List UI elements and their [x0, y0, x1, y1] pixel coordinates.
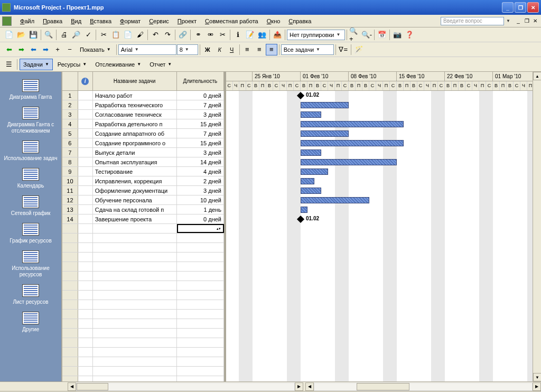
- task-name-cell[interactable]: Создание аппаратного об: [93, 129, 177, 138]
- menu-сервис[interactable]: Сервис: [145, 17, 173, 25]
- info-cell[interactable]: [78, 214, 93, 223]
- row-number[interactable]: 5: [62, 129, 78, 138]
- doc-minimize-button[interactable]: _: [515, 17, 522, 25]
- show-subtasks-button[interactable]: +: [52, 44, 63, 55]
- duration-cell[interactable]: 4 дней: [177, 167, 224, 176]
- align-left-button[interactable]: ≡: [241, 44, 253, 55]
- row-number[interactable]: 10: [62, 176, 78, 185]
- row-number[interactable]: 6: [62, 138, 78, 147]
- table-row[interactable]: 10Исправления, коррекция2 дней: [62, 176, 224, 186]
- task-info-button[interactable]: ℹ: [232, 29, 244, 41]
- cut-button[interactable]: ✂: [98, 29, 109, 41]
- task-name-cell[interactable]: Оформление документаци: [93, 186, 177, 195]
- task-name-cell[interactable]: Начало работ: [93, 91, 177, 100]
- duration-cell[interactable]: 7 дней: [177, 100, 224, 109]
- row-number[interactable]: 8: [62, 157, 78, 166]
- duration-cell[interactable]: 3 дней: [177, 148, 224, 157]
- view-item-4[interactable]: Сетевой график: [0, 192, 61, 220]
- align-center-button[interactable]: ≡: [254, 44, 265, 55]
- search-button[interactable]: 🔍: [43, 29, 54, 41]
- vertical-scrollbar[interactable]: ▲ ▼: [533, 72, 541, 381]
- milestone-marker[interactable]: [297, 216, 304, 223]
- table-hscrollbar[interactable]: ◀▶: [68, 382, 303, 391]
- info-cell[interactable]: [78, 205, 93, 214]
- row-number[interactable]: 2: [62, 100, 78, 109]
- info-cell[interactable]: [78, 129, 93, 138]
- project-icon[interactable]: [2, 16, 12, 26]
- menu-формат[interactable]: Формат: [116, 17, 145, 25]
- doc-close-button[interactable]: ✕: [531, 17, 539, 25]
- table-row[interactable]: 5Создание аппаратного об7 дней: [62, 129, 224, 138]
- underline-button[interactable]: Ч: [226, 44, 238, 55]
- indent-button[interactable]: ➡: [40, 44, 51, 55]
- align-right-button[interactable]: ≡: [266, 44, 277, 55]
- info-cell[interactable]: [78, 224, 93, 233]
- gantt-bar[interactable]: [301, 178, 314, 184]
- table-row[interactable]: 1Начало работ0 дней: [62, 91, 224, 100]
- table-row[interactable]: 9Тестирование4 дней: [62, 167, 224, 176]
- duration-cell[interactable]: 3 дней: [177, 186, 224, 195]
- table-row[interactable]: 14Завершение проекта0 дней: [62, 214, 224, 224]
- menu-окно[interactable]: Окно: [263, 17, 285, 25]
- row-number[interactable]: 7: [62, 148, 78, 157]
- print-button[interactable]: 🖨: [58, 29, 70, 41]
- nav-forward-button[interactable]: ➡: [15, 44, 27, 55]
- view-item-6[interactable]: Использование ресурсов: [0, 247, 61, 281]
- gantt-bar[interactable]: [301, 188, 321, 194]
- group-combo[interactable]: Нет группировки▼: [287, 30, 345, 40]
- open-button[interactable]: 📂: [15, 29, 27, 41]
- tracking-guide-button[interactable]: Отслеживание▼: [91, 59, 145, 70]
- redo-button[interactable]: ↷: [162, 29, 173, 41]
- info-cell[interactable]: [78, 148, 93, 157]
- menu-файл[interactable]: Файл: [16, 17, 39, 25]
- menu-совместная работа[interactable]: Совместная работа: [201, 17, 263, 25]
- task-name-cell[interactable]: Тестирование: [93, 167, 177, 176]
- close-button[interactable]: ✕: [527, 2, 539, 13]
- view-item-7[interactable]: Лист ресурсов: [0, 281, 61, 309]
- task-name-cell[interactable]: Создание программного о: [93, 138, 177, 147]
- menu-вид[interactable]: Вид: [67, 17, 86, 25]
- row-number[interactable]: 12: [62, 195, 78, 204]
- table-row[interactable]: 11Оформление документаци3 дней: [62, 186, 224, 195]
- table-row[interactable]: 4Разработка детельного п15 дней: [62, 119, 224, 129]
- task-name-column-header[interactable]: Название задачи: [93, 72, 177, 90]
- info-cell[interactable]: [78, 186, 93, 195]
- duration-cell[interactable]: 2 дней: [177, 176, 224, 185]
- table-row[interactable]: 6Создание программного о15 дней: [62, 138, 224, 148]
- table-row[interactable]: 3Согласование техническ3 дней: [62, 110, 224, 119]
- show-button[interactable]: Показать▼: [76, 44, 115, 55]
- gantt-bar[interactable]: [301, 121, 404, 127]
- duration-cell[interactable]: 3 дней: [177, 110, 224, 119]
- gantt-bar[interactable]: [301, 207, 307, 213]
- help-dropdown-icon[interactable]: ▼: [506, 18, 510, 23]
- task-name-cell[interactable]: Разработка детельного п: [93, 119, 177, 128]
- row-number[interactable]: [62, 224, 78, 233]
- gantt-wizard-button[interactable]: 🪄: [353, 44, 365, 55]
- info-cell[interactable]: [78, 157, 93, 166]
- menu-проект[interactable]: Проект: [173, 17, 201, 25]
- menu-вставка[interactable]: Вставка: [86, 17, 116, 25]
- table-row[interactable]: 13Сдача на склад готовой п1 день: [62, 205, 224, 214]
- info-cell[interactable]: [78, 119, 93, 128]
- info-cell[interactable]: [78, 176, 93, 185]
- zoom-out-button[interactable]: 🔍-: [361, 29, 372, 41]
- help-search-input[interactable]: Введите вопрос: [441, 17, 504, 25]
- task-name-cell[interactable]: Исправления, коррекция: [93, 176, 177, 185]
- view-item-3[interactable]: Календарь: [0, 165, 61, 192]
- table-row[interactable]: 8Опытная эксплуатация14 дней: [62, 157, 224, 167]
- resources-guide-button[interactable]: Ресурсы▼: [54, 59, 90, 70]
- task-name-cell[interactable]: Выпуск детали: [93, 148, 177, 157]
- task-pane-button[interactable]: ☰: [3, 59, 15, 70]
- duration-cell[interactable]: 0 дней: [177, 214, 224, 223]
- italic-button[interactable]: К: [214, 44, 226, 55]
- info-cell[interactable]: [78, 100, 93, 109]
- view-item-1[interactable]: Диаграмма Ганта с отслеживанием: [0, 104, 61, 137]
- task-name-cell[interactable]: Согласование техническ: [93, 110, 177, 119]
- duration-cell[interactable]: 14 дней: [177, 157, 224, 166]
- report-guide-button[interactable]: Отчет▼: [146, 59, 175, 70]
- view-item-2[interactable]: Использование задач: [0, 137, 61, 165]
- task-name-cell[interactable]: Опытная эксплуатация: [93, 157, 177, 166]
- row-header[interactable]: [62, 72, 78, 90]
- duration-cell-selected[interactable]: [177, 224, 224, 233]
- row-number[interactable]: 3: [62, 110, 78, 119]
